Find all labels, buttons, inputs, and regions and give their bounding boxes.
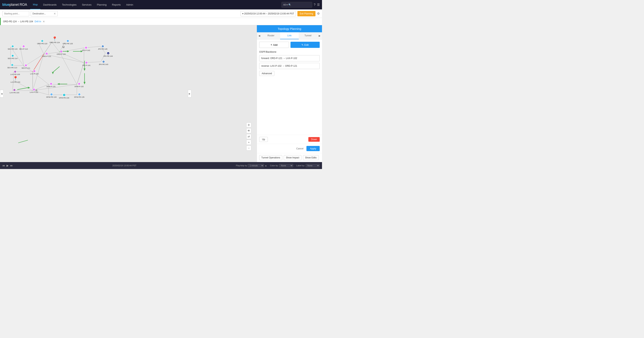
- node-JFK-P-142[interactable]: JFK-P-142: [82, 46, 90, 51]
- nav-item-map[interactable]: Map: [30, 0, 40, 10]
- playskip-arrow: ▲: [265, 164, 267, 167]
- colorby-select[interactable]: None: [279, 164, 293, 167]
- nav-item-admin[interactable]: Admin: [123, 0, 136, 10]
- tab-router[interactable]: Router: [262, 32, 280, 39]
- brand-white: planet: [10, 3, 19, 7]
- node-LAX-PE-103[interactable]: LAX-PE-103: [10, 89, 19, 94]
- zoom-in-button[interactable]: +: [246, 140, 251, 145]
- edit-icon: ✎: [302, 44, 304, 46]
- play-button[interactable]: ▶: [6, 164, 9, 167]
- node-SEA-PE-114[interactable]: SEA-PE-114: [8, 54, 18, 59]
- node-LAX-PE-105[interactable]: LAX-PE-105: [10, 70, 20, 75]
- destination-close-icon[interactable]: ✕: [54, 12, 56, 15]
- section-label: OSPF/Backbone: [259, 51, 320, 53]
- labelby-select[interactable]: None: [306, 164, 320, 167]
- pin-LAX-PE-104[interactable]: 📍 LAX-PE-104: [10, 76, 20, 83]
- panel-updown-actions: Up Down: [257, 135, 322, 144]
- tab-tunnel[interactable]: Tunnel: [299, 32, 317, 39]
- node-label: LAX-P-102: [30, 73, 38, 75]
- play-back-button[interactable]: ⏮: [2, 164, 5, 167]
- crosshair-button[interactable]: ✛: [246, 123, 251, 128]
- node-label: DFW-P-131: [46, 86, 56, 88]
- nav-item-dashboards[interactable]: Dashboards: [40, 0, 59, 10]
- node-LAX-P-101[interactable]: LAX-P-101: [30, 88, 38, 93]
- menu-icon[interactable]: ☰: [317, 3, 320, 7]
- node-ORD-PE-123[interactable]: ORD-PE-123: [37, 40, 47, 45]
- panel-tab-prev-button[interactable]: ◀: [257, 33, 262, 39]
- playskip-control: Play/skip by 1 minute 5 minutes 15 minut…: [236, 164, 267, 167]
- node-DFW-P-132[interactable]: DFW-P-132: [74, 83, 84, 88]
- visibility-button[interactable]: 👁: [246, 128, 251, 133]
- shuffle-button[interactable]: ⇄: [246, 134, 251, 139]
- search-dropdown-label: All ▾: [283, 4, 288, 6]
- routebar: ORD-PE-124 → LAX-PE-104 Drill In ✕: [0, 18, 322, 25]
- node-ORD-P-122[interactable]: ORD-P-122: [57, 50, 66, 55]
- route-close-icon[interactable]: ✕: [43, 20, 45, 23]
- panel-tabs: ◀ Router Link Tunnel ▶: [257, 32, 322, 40]
- node-SEA-P-112[interactable]: SEA-P-112: [19, 45, 28, 50]
- svg-line-55: [18, 140, 28, 143]
- starting-point-input[interactable]: [2, 11, 29, 16]
- time-range-selector[interactable]: ▾ 2025/02/19 12:00:44 – 2025/02/19 13:00…: [240, 11, 296, 16]
- node-JFK-PE-143[interactable]: JFK-PE-143: [99, 60, 108, 65]
- svg-line-39: [60, 52, 77, 84]
- add-button[interactable]: + Add: [259, 42, 289, 48]
- nav-item-services[interactable]: Services: [79, 0, 94, 10]
- tab-link[interactable]: Link: [280, 32, 298, 39]
- node-JFK-PE-144[interactable]: N JFK-PE-144: [103, 52, 113, 57]
- map-area[interactable]: Ω Ω ORD-PE-123 📍 ORD-PE-124 ORD-PE-125 S…: [0, 25, 257, 162]
- right-panel-toggle[interactable]: ▶: [188, 90, 191, 98]
- search-box[interactable]: All ▾ 🔍: [282, 2, 312, 8]
- node-DFW-PE-135[interactable]: DFW-PE-135: [74, 93, 84, 98]
- right-panel: Topology Planning ◀ Router Link Tunnel ▶…: [257, 25, 322, 162]
- playskip-select[interactable]: 1 minute 5 minutes 15 minutes: [248, 164, 264, 167]
- exit-planning-button[interactable]: Exit Planning: [298, 11, 316, 16]
- svg-marker-48: [84, 69, 86, 71]
- node-label: ORD-P-121: [42, 55, 51, 57]
- node-LAX-P-102[interactable]: LAX-P-102: [30, 70, 38, 75]
- panel-tab-next-button[interactable]: ▶: [317, 33, 322, 39]
- pin-ORD-PE-124[interactable]: 📍 ORD-PE-124: [50, 36, 60, 44]
- map-svg: Ω Ω: [0, 25, 257, 162]
- nav-item-reports[interactable]: Reports: [109, 0, 124, 10]
- forward-route-box[interactable]: forward: ORD-P-121 → LAX-P-102: [259, 55, 320, 61]
- pin-icon-red: 📍: [52, 36, 57, 41]
- up-button[interactable]: Up: [259, 137, 268, 142]
- subtoolbar: Destination... ✕ ▾ 2025/02/19 12:00:44 –…: [0, 10, 322, 18]
- node-ORD-PE-125[interactable]: ORD-PE-125: [63, 40, 73, 45]
- labelby-label: Label by:: [296, 164, 305, 167]
- brand-blue: blue: [2, 3, 10, 7]
- play-forward-button[interactable]: ⏭: [10, 164, 13, 167]
- zoom-out-button[interactable]: −: [246, 146, 251, 151]
- left-toggle-button[interactable]: ◀: [0, 90, 4, 98]
- node-JFK-P-141[interactable]: JFK-P-141: [82, 61, 90, 66]
- node-label: DFW-P-132: [74, 86, 84, 88]
- down-button[interactable]: Down: [308, 137, 320, 142]
- cancel-button[interactable]: Cancel: [296, 147, 303, 150]
- node-DFW-PE-134[interactable]: DFW-PE-134: [59, 93, 69, 99]
- node-label: DFW-PE-134: [59, 97, 69, 99]
- statusbar: ⏮ ▶ ⏭ 2025/02/19 13:00:44 PST Play/skip …: [0, 162, 322, 169]
- node-SEA-PE-115[interactable]: SEA-PE-115: [8, 45, 18, 50]
- node-label: LAX-PE-103: [10, 92, 19, 94]
- advanced-button[interactable]: Advanced: [259, 71, 274, 76]
- destination-input[interactable]: Destination... ✕: [31, 11, 58, 16]
- node-JFK-PE-145[interactable]: JFK-PE-145: [98, 45, 108, 50]
- node-DFW-PE-133[interactable]: DFW-PE-133: [46, 93, 56, 98]
- node-ORD-P-121[interactable]: ORD-P-121: [42, 52, 51, 57]
- nav-item-planning[interactable]: Planning: [94, 0, 109, 10]
- nav-item-technologies[interactable]: Technologies: [59, 0, 79, 10]
- node-SEA-PE-113[interactable]: SEA-PE-113: [7, 64, 17, 69]
- tunnel-operations-button[interactable]: Tunnel Operations: [259, 155, 282, 160]
- node-SEA-P-111[interactable]: SEA-P-111: [22, 64, 30, 69]
- show-edits-button[interactable]: Show Edits: [303, 155, 319, 160]
- edit-button[interactable]: ✎ Edit: [290, 42, 320, 48]
- reverse-route-box[interactable]: reverse: LAX-P-102 → ORD-P-121: [259, 63, 320, 69]
- help-icon[interactable]: ?: [314, 3, 316, 7]
- show-impact-button[interactable]: Show Impact: [284, 155, 301, 160]
- node-label: SEA-PE-115: [8, 48, 18, 50]
- apply-button[interactable]: Apply: [306, 146, 320, 151]
- drill-in-link[interactable]: Drill In: [34, 20, 41, 23]
- node-DFW-P-131[interactable]: DFW-P-131: [46, 83, 56, 88]
- settings-icon[interactable]: ⚙: [317, 12, 320, 15]
